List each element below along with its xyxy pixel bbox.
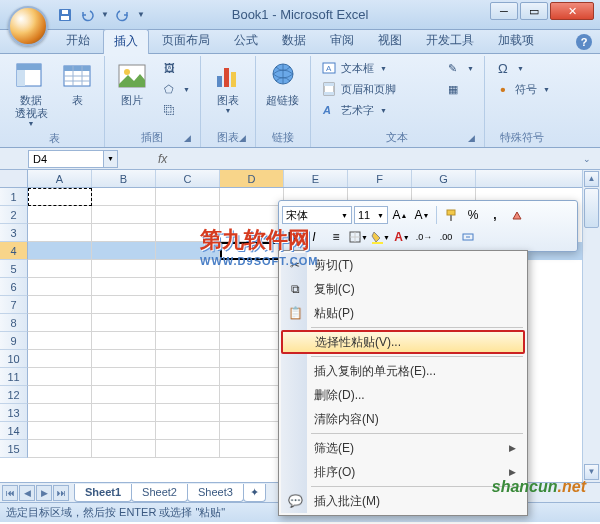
context-menu-item[interactable]: ⧉复制(C)	[281, 277, 525, 301]
help-icon[interactable]: ?	[576, 34, 592, 50]
clear-button[interactable]	[507, 205, 527, 225]
sheet-prev-icon[interactable]: ◀	[19, 485, 35, 501]
cell[interactable]	[92, 242, 156, 260]
sheet-tab-3[interactable]: Sheet3	[187, 484, 244, 502]
cell[interactable]	[92, 332, 156, 350]
column-header[interactable]: B	[92, 170, 156, 187]
cell[interactable]	[92, 206, 156, 224]
context-menu-item[interactable]: 💬插入批注(M)	[281, 489, 525, 513]
tab-pagelayout[interactable]: 页面布局	[151, 28, 221, 53]
column-header[interactable]: A	[28, 170, 92, 187]
pivot-table-button[interactable]: 数据 透视表 ▼	[10, 58, 52, 129]
cell[interactable]	[92, 422, 156, 440]
cell[interactable]	[28, 296, 92, 314]
row-header[interactable]: 12	[0, 386, 28, 404]
vertical-scrollbar[interactable]: ▲ ▼	[582, 170, 600, 482]
cell[interactable]	[220, 224, 284, 242]
wordart-button[interactable]: A艺术字▼	[317, 100, 437, 120]
chart-button[interactable]: 图表 ▼	[207, 58, 249, 116]
cell[interactable]	[156, 386, 220, 404]
office-button[interactable]	[8, 6, 48, 46]
row-header[interactable]: 9	[0, 332, 28, 350]
italic-button[interactable]: I	[304, 227, 324, 247]
font-color-button[interactable]: A▼	[392, 227, 412, 247]
cell[interactable]	[28, 188, 92, 206]
cell[interactable]	[156, 422, 220, 440]
row-header[interactable]: 5	[0, 260, 28, 278]
sigline-button[interactable]: ✎▼	[441, 58, 478, 78]
cell[interactable]	[156, 350, 220, 368]
scroll-up-icon[interactable]: ▲	[584, 171, 599, 187]
row-header[interactable]: 2	[0, 206, 28, 224]
center-button[interactable]: ≡	[326, 227, 346, 247]
cell[interactable]	[92, 296, 156, 314]
font-size-select[interactable]: 11 ▼	[354, 206, 388, 224]
cell[interactable]	[220, 440, 284, 458]
row-header[interactable]: 13	[0, 404, 28, 422]
cell[interactable]	[92, 188, 156, 206]
cell[interactable]	[220, 314, 284, 332]
close-button[interactable]: ✕	[550, 2, 594, 20]
cell[interactable]	[220, 404, 284, 422]
cell[interactable]	[28, 422, 92, 440]
minimize-button[interactable]: ─	[490, 2, 518, 20]
cell[interactable]	[92, 386, 156, 404]
cell[interactable]	[156, 440, 220, 458]
cell[interactable]	[220, 206, 284, 224]
cell[interactable]	[156, 242, 220, 260]
tab-addins[interactable]: 加载项	[487, 28, 545, 53]
sheet-tab-2[interactable]: Sheet2	[131, 484, 188, 502]
cell[interactable]	[156, 368, 220, 386]
column-header[interactable]: E	[284, 170, 348, 187]
cell[interactable]	[92, 350, 156, 368]
row-header[interactable]: 1	[0, 188, 28, 206]
row-header[interactable]: 7	[0, 296, 28, 314]
cell[interactable]	[220, 278, 284, 296]
tab-review[interactable]: 审阅	[319, 28, 365, 53]
cell[interactable]	[92, 404, 156, 422]
select-all-button[interactable]	[0, 170, 28, 188]
merge-button[interactable]	[458, 227, 478, 247]
sheet-next-icon[interactable]: ▶	[36, 485, 52, 501]
context-menu-item[interactable]: 删除(D)...	[281, 383, 525, 407]
cell[interactable]	[220, 422, 284, 440]
increase-decimal-button[interactable]: .00	[436, 227, 456, 247]
column-header[interactable]: G	[412, 170, 476, 187]
cell[interactable]	[220, 188, 284, 206]
textbox-button[interactable]: A文本框▼	[317, 58, 437, 78]
scroll-thumb[interactable]	[584, 188, 599, 228]
smartart-button[interactable]: ⿻	[157, 100, 194, 120]
borders-button[interactable]: ▼	[348, 227, 368, 247]
cell[interactable]	[156, 296, 220, 314]
cell[interactable]	[92, 440, 156, 458]
sheet-first-icon[interactable]: ⏮	[2, 485, 18, 501]
launcher-icon[interactable]: ◢	[237, 133, 249, 145]
sheet-new-icon[interactable]: ✦	[243, 484, 266, 502]
cell[interactable]	[156, 314, 220, 332]
equation-button[interactable]: Ω▼	[491, 58, 554, 78]
grow-font-button[interactable]: A▲	[390, 205, 410, 225]
cell[interactable]	[220, 260, 284, 278]
cell[interactable]	[220, 350, 284, 368]
fill-color-button[interactable]: ▼	[370, 227, 390, 247]
row-header[interactable]: 4	[0, 242, 28, 260]
cell[interactable]	[92, 224, 156, 242]
cell[interactable]	[156, 332, 220, 350]
cell[interactable]	[92, 260, 156, 278]
sheet-last-icon[interactable]: ⏭	[53, 485, 69, 501]
cell[interactable]	[156, 404, 220, 422]
tab-insert[interactable]: 插入	[103, 29, 149, 54]
column-header[interactable]: C	[156, 170, 220, 187]
cell[interactable]	[92, 278, 156, 296]
cell[interactable]	[28, 386, 92, 404]
cell[interactable]	[156, 206, 220, 224]
launcher-icon[interactable]: ◢	[466, 133, 478, 145]
undo-icon[interactable]	[77, 5, 97, 25]
tab-data[interactable]: 数据	[271, 28, 317, 53]
maximize-button[interactable]: ▭	[520, 2, 548, 20]
format-painter-button[interactable]	[441, 205, 461, 225]
undo-dropdown-icon[interactable]: ▼	[99, 5, 111, 25]
cell[interactable]	[28, 278, 92, 296]
headerfooter-button[interactable]: 页眉和页脚	[317, 79, 437, 99]
row-header[interactable]: 3	[0, 224, 28, 242]
